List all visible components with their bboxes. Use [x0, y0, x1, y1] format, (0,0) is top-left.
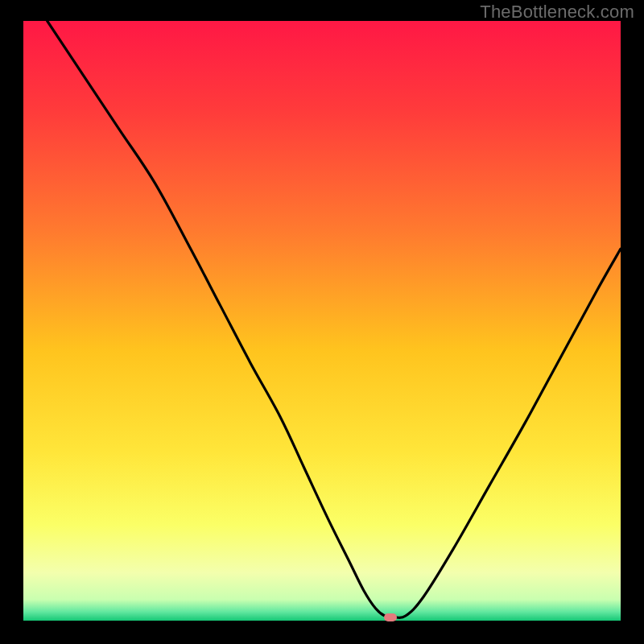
watermark-text: TheBottleneck.com	[480, 2, 634, 23]
minimum-marker	[384, 613, 397, 621]
chart-stage: TheBottleneck.com	[0, 0, 644, 644]
plot-area	[23, 21, 621, 621]
gradient-background	[23, 21, 621, 621]
plot-svg	[23, 21, 621, 621]
